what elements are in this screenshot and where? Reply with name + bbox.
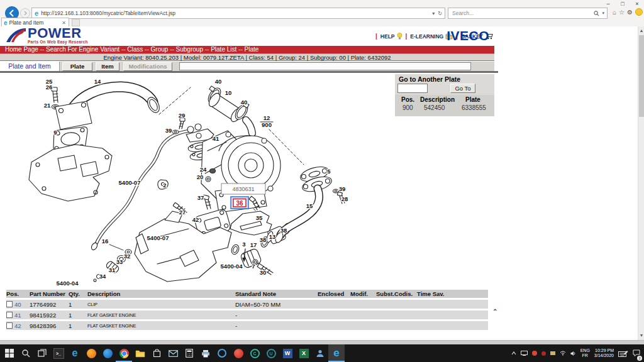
breadcrumb[interactable]: Home Page -- Search For Engine Variant -…	[0, 46, 494, 53]
table-scroll-up-icon[interactable]: ⌃	[492, 308, 497, 315]
part-label-16[interactable]: 16	[102, 238, 109, 244]
tray-display-icon[interactable]	[521, 351, 528, 356]
close-icon[interactable]: ×	[633, 1, 641, 7]
part-label-34[interactable]: 34	[99, 273, 106, 280]
file-explorer-taskbar-icon[interactable]	[132, 344, 148, 362]
scroll-up-icon[interactable]: ▲	[638, 27, 644, 35]
part-label-26[interactable]: 26	[46, 84, 53, 90]
lens-taskbar-icon[interactable]	[214, 344, 230, 362]
settings-gear-icon[interactable]: ⚙	[627, 9, 633, 16]
tray-battery-icon[interactable]	[550, 351, 555, 355]
edge-taskbar-icon[interactable]: e	[67, 344, 83, 362]
part-label-28[interactable]: 28	[341, 195, 348, 202]
part-label-21[interactable]: 21	[44, 102, 51, 109]
part-label-38[interactable]: 38	[280, 227, 287, 234]
feedback-smiley-icon[interactable]	[635, 8, 643, 16]
media-red-taskbar-icon[interactable]	[230, 344, 247, 362]
part-label-5400-07[interactable]: 5400-07	[119, 179, 141, 186]
part-label-7[interactable]: 7	[252, 263, 255, 270]
help-link[interactable]: HELP	[380, 33, 402, 40]
part-label-5400-04[interactable]: 5400-04	[221, 263, 243, 270]
contact-taskbar-icon[interactable]	[312, 344, 328, 362]
firefox-blue-taskbar-icon[interactable]	[99, 344, 116, 362]
circle-c-taskbar-icon[interactable]: C	[247, 344, 263, 362]
terminal-taskbar-icon[interactable]: >_	[50, 344, 67, 362]
part-label-29[interactable]: 29	[179, 112, 186, 119]
part-label-30[interactable]: 30	[260, 269, 267, 276]
tray-dot-red-icon[interactable]	[541, 351, 546, 356]
maximize-icon[interactable]: □	[618, 1, 627, 7]
tray-chevron-up-icon[interactable]	[511, 351, 516, 355]
part-label-31[interactable]: 31	[109, 266, 116, 273]
scroll-down-icon[interactable]: ▼	[638, 332, 644, 339]
start-taskbar-icon[interactable]	[1, 344, 18, 362]
task-view-taskbar-icon[interactable]	[34, 344, 50, 362]
tab-plate-and-item[interactable]: Plate and Item	[0, 62, 60, 71]
part-label-38[interactable]: 38	[260, 236, 267, 243]
language-indicator[interactable]: ENG FR	[580, 348, 590, 358]
tray-app-red-icon[interactable]	[532, 351, 537, 356]
search-dropdown-icon[interactable]: ▾	[602, 11, 604, 16]
row-pos[interactable]: 41	[14, 312, 21, 319]
part-label-40[interactable]: 40	[241, 99, 248, 106]
part-label-2[interactable]: 2	[163, 182, 166, 189]
forward-button[interactable]	[20, 8, 30, 18]
row-checkbox[interactable]	[6, 322, 13, 329]
part-label-9[interactable]: 9	[53, 129, 57, 136]
row-pos[interactable]: 42	[14, 322, 21, 329]
vertical-scrollbar[interactable]: ▲ ▼	[638, 26, 644, 340]
action-center-icon[interactable]: 2	[633, 348, 640, 359]
printer-taskbar-icon[interactable]	[197, 344, 214, 362]
chrome-taskbar-icon[interactable]	[116, 344, 132, 362]
scrollbar-thumb[interactable]	[639, 35, 644, 117]
volume-icon[interactable]	[570, 351, 576, 356]
part-label-900[interactable]: 900	[262, 121, 272, 128]
row-checkbox[interactable]	[6, 301, 13, 307]
minimize-icon[interactable]: –	[604, 1, 613, 7]
wifi-icon[interactable]	[560, 351, 566, 356]
table-row[interactable]: 40177649921CLIPDIAM=50-70 MM	[6, 300, 488, 309]
part-label-40[interactable]: 40	[215, 78, 222, 85]
word-taskbar-icon[interactable]: W	[279, 344, 296, 362]
part-label-42[interactable]: 42	[192, 216, 199, 223]
part-label-3[interactable]: 3	[242, 241, 245, 248]
refresh-icon[interactable]: ↻	[438, 11, 442, 16]
plate-exploded-diagram[interactable]: 4830631 36 2526211495400-074010401290029…	[0, 73, 402, 289]
part-label-39[interactable]: 39	[339, 185, 346, 192]
part-label-32[interactable]: 32	[124, 253, 131, 260]
excel-taskbar-icon[interactable]: X	[296, 344, 312, 362]
horizontal-scrollbar[interactable]	[0, 340, 644, 344]
part-label-20[interactable]: 20	[197, 173, 204, 180]
part-label-14[interactable]: 14	[94, 78, 101, 85]
part-label-35[interactable]: 35	[256, 214, 263, 221]
item-button[interactable]: Item	[96, 62, 119, 71]
selected-item-highlight[interactable]: 36	[231, 197, 248, 209]
part-label-41[interactable]: 41	[213, 135, 219, 142]
part-label-10[interactable]: 10	[225, 89, 232, 96]
row-checkbox[interactable]	[6, 312, 13, 318]
part-label-5400-04[interactable]: 5400-04	[57, 280, 79, 287]
internet-explorer-taskbar-icon[interactable]: e	[328, 344, 345, 362]
part-label-33[interactable]: 33	[116, 258, 123, 265]
part-label-17[interactable]: 17	[250, 241, 257, 248]
autocomplete-dropdown-icon[interactable]: ▾	[432, 11, 435, 16]
goto-plate-input[interactable]	[397, 84, 428, 93]
circle-u-taskbar-icon[interactable]: U	[263, 344, 279, 362]
table-row[interactable]: 42984283961FLAT GASKET ENGINE-	[6, 321, 488, 330]
part-label-5[interactable]: 5	[327, 168, 331, 175]
part-label-13[interactable]: 13	[269, 233, 276, 240]
part-label-15[interactable]: 15	[306, 202, 313, 209]
favorites-star-icon[interactable]: ☆	[619, 9, 625, 16]
part-label-37[interactable]: 37	[197, 194, 204, 201]
goto-button[interactable]: Go To	[450, 84, 475, 93]
touch-keyboard-icon[interactable]	[618, 350, 628, 357]
table-row[interactable]: 41984159221FLAT GASKET ENGINE-	[6, 310, 488, 319]
power-logo[interactable]: POWER Parts On Web Easy Research	[5, 27, 88, 44]
part-label-27[interactable]: 27	[179, 209, 186, 216]
search-icon[interactable]	[594, 11, 599, 16]
clock[interactable]: 10:29 PM 3/14/2020	[594, 348, 614, 358]
goto-cell-plate[interactable]: 6338555	[462, 104, 486, 111]
calculator-taskbar-icon[interactable]	[181, 344, 197, 362]
plate-button[interactable]: Plate	[62, 62, 92, 71]
firefox-taskbar-icon[interactable]	[83, 344, 99, 362]
